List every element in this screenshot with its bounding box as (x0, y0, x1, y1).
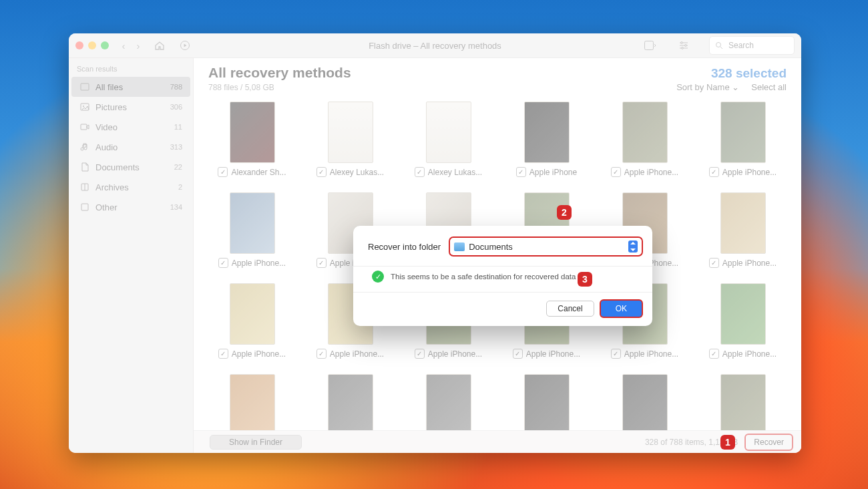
search-field[interactable] (709, 36, 795, 55)
recover-folder-label: Recover into folder (368, 242, 441, 252)
file-item[interactable]: Apple iPhone... (203, 371, 301, 430)
checkbox[interactable] (316, 167, 327, 177)
checkbox[interactable] (516, 167, 526, 177)
sidebar-item-documents[interactable]: Documents22 (71, 157, 190, 177)
svg-point-2 (681, 42, 683, 44)
thumbnail (426, 102, 471, 163)
file-item[interactable]: Apple iPhone... (596, 99, 694, 188)
step-badge-3: 3 (578, 272, 592, 287)
sidebar-item-all-files[interactable]: All files788 (71, 77, 190, 97)
minimize-icon[interactable] (88, 41, 96, 49)
destination-folder-select[interactable]: Documents (449, 236, 643, 257)
file-item[interactable]: Apple iPhone... (203, 190, 301, 279)
svg-point-4 (682, 47, 684, 49)
footer-bar: Show in Finder 328 of 788 items, 1,13 GB… (194, 430, 801, 453)
checkbox[interactable] (316, 258, 327, 268)
sidebar-item-label: Other (95, 202, 118, 212)
checkbox[interactable] (218, 349, 228, 359)
file-item[interactable]: Apple iPhone... (694, 99, 792, 188)
nav-arrows: ‹ › (118, 40, 144, 51)
file-item[interactable]: Apple iPhone... (399, 371, 497, 430)
checkbox[interactable] (611, 349, 621, 359)
svg-rect-6 (81, 84, 89, 90)
file-summary: 788 files / 5,08 GB (208, 83, 274, 92)
file-item[interactable]: Apple iPhone... (203, 281, 301, 370)
checkbox[interactable] (611, 167, 621, 177)
file-item[interactable]: Alexander Sh... (203, 99, 301, 188)
file-item[interactable]: Alexey Lukas... (301, 99, 399, 188)
search-icon (715, 41, 723, 49)
page-title: All recovery methods (208, 65, 351, 81)
sort-menu[interactable]: Sort by Name ⌄ (676, 82, 739, 92)
file-item[interactable]: Apple iPhone... (497, 371, 596, 430)
file-item[interactable]: Alexey Lukas... (399, 99, 497, 188)
file-name: Apple iPhone... (722, 349, 777, 359)
thumbnail (720, 283, 766, 345)
thumbnail (230, 102, 275, 163)
sidebar: Scan results All files788Pictures306Vide… (69, 58, 194, 453)
file-item[interactable]: Apple iPhone... (694, 371, 792, 430)
file-name: Apple iPhone... (526, 349, 580, 359)
sidebar-item-other[interactable]: Other134 (71, 197, 190, 217)
sidebar-item-count: 2 (178, 183, 182, 191)
file-item[interactable]: Apple iPhone... (694, 281, 792, 370)
cancel-button[interactable]: Cancel (546, 301, 594, 317)
search-input[interactable] (727, 40, 783, 51)
forward-button[interactable]: › (133, 40, 144, 51)
sidebar-item-label: Video (95, 122, 118, 132)
settings-icon[interactable] (676, 37, 692, 53)
file-name: Apple iPhone... (722, 259, 777, 268)
thumbnail (720, 374, 766, 430)
check-circle-icon: ✓ (372, 271, 384, 283)
checkbox[interactable] (415, 349, 425, 359)
thumbnail (230, 283, 275, 345)
file-name: Apple iPhone... (722, 168, 777, 177)
sidebar-item-count: 313 (170, 143, 182, 151)
file-item[interactable]: Apple iPhone... (301, 371, 399, 430)
select-all-button[interactable]: Select all (751, 82, 787, 92)
checkbox[interactable] (709, 349, 719, 359)
checkbox[interactable] (218, 258, 228, 268)
sidebar-item-audio[interactable]: Audio313 (71, 137, 190, 157)
selection-count: 328 selected (711, 66, 787, 81)
other-icon (79, 203, 90, 211)
checkbox[interactable] (218, 167, 228, 177)
sidebar-item-count: 788 (170, 83, 182, 91)
recover-button[interactable]: Recover (744, 434, 793, 451)
thumbnail (230, 374, 275, 430)
checkbox[interactable] (415, 167, 425, 177)
thumbnail (328, 102, 373, 163)
checkbox[interactable] (513, 349, 523, 359)
step-badge-1: 1 (720, 435, 735, 450)
svg-point-8 (83, 106, 84, 107)
thumbnail (622, 374, 668, 430)
sidebar-item-pictures[interactable]: Pictures306 (71, 97, 190, 117)
svg-point-3 (685, 45, 687, 47)
play-icon[interactable] (177, 37, 193, 53)
checkbox[interactable] (316, 349, 327, 359)
zoom-icon[interactable] (101, 41, 109, 49)
sidebar-item-label: Pictures (95, 102, 127, 112)
show-in-finder-button[interactable]: Show in Finder (210, 435, 302, 450)
file-item[interactable]: Apple iPhone... (694, 190, 792, 279)
checkbox[interactable] (709, 258, 719, 268)
close-icon[interactable] (75, 41, 83, 49)
home-icon[interactable] (152, 37, 168, 53)
svg-rect-11 (81, 204, 88, 210)
sidebar-item-archives[interactable]: Archives2 (71, 177, 190, 197)
checkbox[interactable] (709, 167, 719, 177)
file-item[interactable]: Apple iPhone... (596, 371, 694, 430)
recover-modal: Recover into folder Documents ✓ This see… (353, 226, 652, 326)
file-item[interactable]: Apple iPhone (497, 99, 596, 188)
sidebar-item-video[interactable]: Video11 (71, 117, 190, 137)
file-name: Apple iPhone (529, 168, 577, 177)
view-mode-icon[interactable] (642, 37, 658, 53)
titlebar: ‹ › Flash drive – All recovery methods (69, 33, 801, 58)
file-name: Alexey Lukas... (330, 168, 384, 177)
back-button[interactable]: ‹ (118, 40, 129, 51)
step-badge-2: 2 (557, 205, 572, 220)
safe-destination-message: This seems to be a safe destination for … (391, 273, 576, 281)
ok-button[interactable]: OK (600, 299, 643, 318)
sidebar-item-count: 11 (174, 123, 182, 131)
chevron-down-icon: ⌄ (732, 82, 739, 92)
